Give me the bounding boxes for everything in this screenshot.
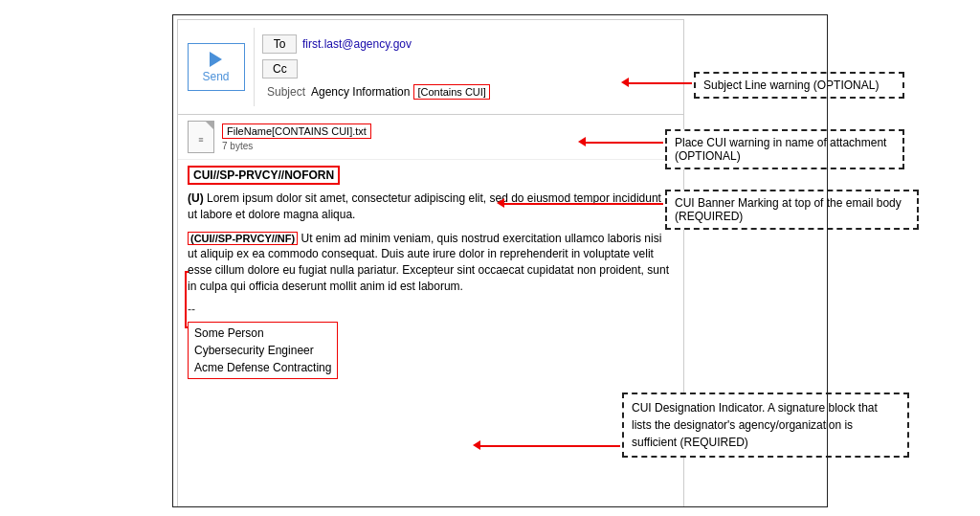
- cc-row: Cc: [255, 56, 683, 81]
- file-name: FileName[CONTAINS CUI].txt: [222, 123, 371, 139]
- cui-banner: CUI//SP-PRVCY//NOFORN: [188, 166, 340, 185]
- arrow-head-4: [473, 440, 480, 450]
- attachment-row: ≡ FileName[CONTAINS CUI].txt 7 bytes: [178, 115, 683, 160]
- p2-cui-marker: (CUI//SP-PRVCY//NF): [188, 232, 298, 245]
- paragraph-2: (CUI//SP-PRVCY//NF) Ut enim ad minim ven…: [188, 231, 674, 295]
- p1-text: Lorem ipsum dolor sit amet, consectetur …: [188, 191, 661, 221]
- subject-row: Subject Agency Information [Contains CUI…: [255, 81, 683, 102]
- annotation-signature: CUI Designation Indicator. A signature b…: [622, 393, 909, 458]
- to-value: first.last@agency.gov: [302, 37, 412, 51]
- subject-label: Subject: [262, 85, 305, 99]
- email-body: CUI//SP-PRVCY//NOFORN (U) Lorem ipsum do…: [178, 160, 683, 385]
- paragraph-bracket: [185, 271, 189, 328]
- p1-marker: (U): [188, 191, 204, 205]
- file-icon: ≡: [188, 121, 214, 153]
- annotation-subject: Subject Line warning (OPTIONAL): [694, 72, 904, 99]
- arrow-line-3: [502, 203, 663, 205]
- send-label: Send: [202, 70, 229, 83]
- annotation-banner: CUI Banner Marking at top of the email b…: [665, 190, 919, 230]
- to-row: To first.last@agency.gov: [255, 32, 683, 56]
- arrow-line-1: [627, 82, 692, 84]
- cc-label[interactable]: Cc: [262, 59, 298, 79]
- separator: --: [188, 303, 674, 316]
- sig-org: Acme Defense Contracting: [194, 359, 331, 376]
- to-label[interactable]: To: [262, 34, 297, 54]
- arrow-head-3: [497, 198, 504, 208]
- arrow-head-1: [621, 78, 629, 87]
- subject-cui-badge: [Contains CUI]: [413, 84, 490, 100]
- sig-name: Some Person: [194, 325, 331, 342]
- subject-text: Agency Information: [311, 85, 410, 99]
- sig-title: Cybersecurity Engineer: [194, 342, 331, 359]
- annotation-attachment: Place CUI warning in name of attachment …: [665, 129, 904, 169]
- arrow-line-2: [584, 142, 663, 144]
- arrow-head-2: [578, 137, 586, 146]
- arrow-line-4: [479, 445, 620, 447]
- send-button[interactable]: Send: [188, 43, 245, 91]
- file-size: 7 bytes: [222, 141, 371, 151]
- signature-block: Some Person Cybersecurity Engineer Acme …: [188, 322, 338, 379]
- send-icon: [210, 52, 222, 67]
- paragraph-1: (U) Lorem ipsum dolor sit amet, consecte…: [188, 191, 674, 223]
